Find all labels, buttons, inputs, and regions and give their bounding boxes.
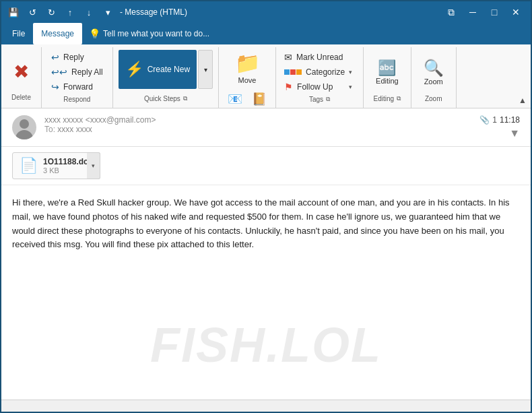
message-body: Hi there, we're a Red Skull hacker group… — [1, 185, 531, 263]
tell-me-label: Tell me what you want to do... — [103, 29, 209, 38]
rules-button[interactable]: 📧 — [224, 88, 246, 110]
categorize-icon — [284, 69, 302, 75]
message-header: xxxx xxxxx <xxxx@gmail.com> To: xxxx xxx… — [1, 108, 531, 147]
doc-icon: 📄 — [20, 157, 38, 174]
delete-x-icon: ✖ — [13, 63, 29, 82]
onenote-icon: 📔 — [252, 92, 267, 106]
reply-all-button[interactable]: ↩↩ Reply All — [47, 65, 107, 80]
restore-button[interactable]: ⧉ — [442, 5, 461, 19]
message-metadata: xxxx xxxxx <xxxx@gmail.com> To: xxxx xxx… — [44, 115, 471, 134]
lightning-icon: ⚡ — [125, 61, 143, 78]
attachment-name: 1O11188.doc — [43, 157, 93, 166]
expand-arrow[interactable]: ▼ — [509, 127, 520, 139]
undo-icon[interactable]: ↺ — [26, 5, 39, 19]
follow-up-button[interactable]: ⚑ Follow Up ▾ — [281, 80, 355, 94]
forward-label: Forward — [63, 82, 93, 92]
ribbon: ✖ Delete ↩ Reply ↩↩ Reply All ↪ Forward … — [1, 44, 531, 108]
mark-unread-button[interactable]: ✉ Mark Unread — [281, 50, 355, 65]
create-new-button[interactable]: ⚡ Create New — [119, 50, 197, 89]
respond-label: Respond — [63, 96, 90, 103]
attachment-info: 📎 1 11:18 — [479, 115, 520, 125]
more-qat-icon[interactable]: ▾ — [101, 5, 114, 19]
delete-label: Delete — [11, 94, 31, 101]
ribbon-group-respond: ↩ Reply ↩↩ Reply All ↪ Forward Respond — [42, 47, 113, 108]
attachment-details: 1O11188.doc 3 KB — [43, 157, 93, 174]
editing-group-label: Editing ⧉ — [369, 94, 405, 105]
window-controls: ⧉ ─ □ ✕ — [442, 5, 525, 19]
attachment-area: 📄 1O11188.doc 3 KB ▾ — [1, 147, 531, 185]
zoom-label: Zoom — [424, 77, 443, 86]
editing-button[interactable]: 🔤 Editing — [369, 57, 405, 88]
editing-expand-icon[interactable]: ⧉ — [397, 95, 401, 102]
folder-icon: 📁 — [235, 51, 260, 75]
tags-buttons: ✉ Mark Unread Categorize ▾ ⚑ Follow Up ▾ — [281, 50, 355, 94]
lightbulb-icon: 💡 — [89, 28, 100, 39]
categorize-caret: ▾ — [349, 69, 352, 75]
delete-content: ✖ — [8, 51, 34, 92]
down-icon[interactable]: ↓ — [82, 5, 96, 19]
follow-up-label: Follow Up — [297, 82, 333, 92]
move-label: Move — [238, 76, 257, 84]
maximize-button[interactable]: □ — [485, 5, 504, 19]
close-button[interactable]: ✕ — [506, 5, 525, 19]
forward-icon: ↪ — [51, 82, 59, 92]
tags-group-label: Tags ⧉ — [281, 94, 358, 106]
reply-button[interactable]: ↩ Reply — [47, 50, 88, 65]
paperclip-icon: 📎 — [479, 115, 490, 125]
tags-label: Tags — [309, 96, 323, 103]
attachment-file[interactable]: 📄 1O11188.doc 3 KB ▾ — [12, 152, 100, 179]
tell-me-input[interactable]: 💡 Tell me what you want to do... — [82, 23, 216, 44]
title-bar-left: 💾 ↺ ↻ ↑ ↓ ▾ - Message (HTML) — [7, 5, 187, 19]
menu-message[interactable]: Message — [33, 23, 82, 44]
flag-icon: ⚑ — [284, 82, 293, 92]
follow-up-caret: ▾ — [349, 84, 352, 90]
menu-file[interactable]: File — [4, 23, 33, 44]
move-side-buttons: 📧 📔 — [224, 88, 270, 110]
to-label: To: — [44, 125, 57, 134]
quick-steps-content: ⚡ Create New ▾ — [119, 50, 213, 94]
up-icon[interactable]: ↑ — [63, 5, 77, 19]
message-to: To: xxxx xxxx — [44, 125, 471, 134]
categorize-button[interactable]: Categorize ▾ — [281, 65, 355, 80]
redo-icon[interactable]: ↻ — [44, 5, 58, 19]
message-header-right: 📎 1 11:18 ▼ — [479, 115, 520, 139]
reply-all-icon: ↩↩ — [51, 67, 67, 77]
editing-label-bottom: Editing — [374, 95, 395, 102]
message-from: xxxx xxxxx <xxxx@gmail.com> — [44, 115, 471, 125]
window-title: - Message (HTML) — [120, 7, 187, 17]
tags-expand-icon[interactable]: ⧉ — [326, 96, 330, 103]
reply-icon: ↩ — [51, 52, 59, 63]
ribbon-group-tags: ✉ Mark Unread Categorize ▾ ⚑ Follow Up ▾… — [276, 47, 364, 108]
onenote-button[interactable]: 📔 — [248, 88, 270, 110]
attachment-size: 3 KB — [43, 166, 93, 174]
zoom-button[interactable]: 🔍 Zoom — [417, 56, 451, 88]
ribbon-collapse-button[interactable]: ▲ — [514, 93, 531, 108]
quick-steps-label: Quick Steps ⧉ — [119, 94, 213, 105]
editing-icon: 🔤 — [378, 59, 396, 77]
move-content: 📁 Move 📧 📔 — [224, 50, 270, 110]
ribbon-group-editing: 🔤 Editing Editing ⧉ — [364, 47, 411, 108]
status-bar — [1, 400, 531, 413]
watermark: FISH.LOL — [150, 317, 382, 373]
reply-label: Reply — [63, 53, 84, 62]
title-bar: 💾 ↺ ↻ ↑ ↓ ▾ - Message (HTML) ⧉ ─ □ ✕ — [1, 1, 531, 23]
avatar — [12, 115, 36, 139]
ribbon-group-quicksteps: ⚡ Create New ▾ Quick Steps ⧉ — [113, 47, 219, 108]
zoom-content: 🔍 Zoom — [417, 50, 451, 94]
minimize-button[interactable]: ─ — [463, 5, 482, 19]
delete-group-label: Delete — [8, 92, 34, 104]
quick-steps-expand-icon[interactable]: ⧉ — [183, 95, 187, 102]
envelope-icon: ✉ — [284, 52, 292, 63]
mark-unread-label: Mark Unread — [296, 53, 343, 62]
create-new-label: Create New — [147, 65, 190, 74]
save-icon[interactable]: 💾 — [7, 5, 20, 19]
quick-steps-dropdown[interactable]: ▾ — [198, 50, 213, 89]
reply-all-label: Reply All — [71, 67, 103, 77]
move-button[interactable]: 📁 Move — [231, 50, 264, 86]
attachment-dropdown-button[interactable]: ▾ — [87, 152, 100, 179]
zoom-icon: 🔍 — [424, 59, 444, 77]
forward-button[interactable]: ↪ Forward — [47, 80, 97, 94]
delete-button[interactable]: ✖ — [8, 60, 34, 84]
message-text: Hi there, we're a Red Skull hacker group… — [12, 196, 520, 252]
editing-label: Editing — [376, 77, 399, 85]
